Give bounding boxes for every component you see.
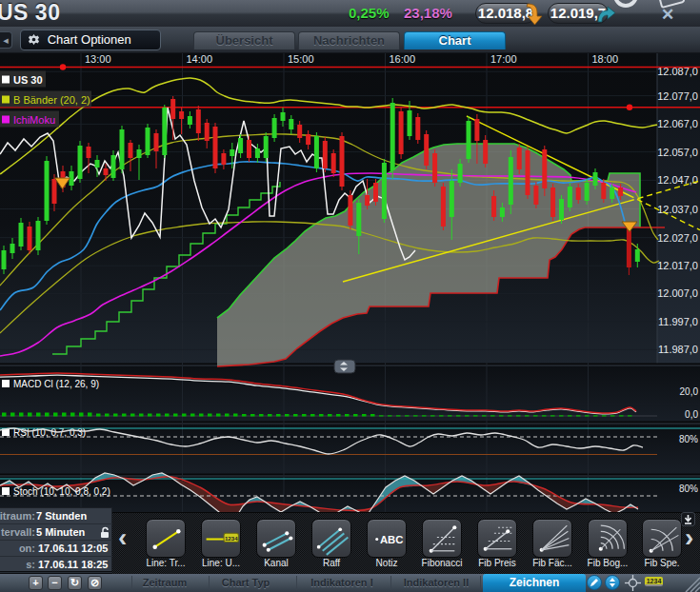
- svg-text:US 30: US 30: [13, 74, 43, 86]
- svg-text:80%: 80%: [679, 434, 698, 444]
- svg-text:17:00: 17:00: [490, 53, 517, 65]
- svg-text:12.057,0: 12.057,0: [657, 147, 698, 158]
- svg-text:0,0: 0,0: [685, 409, 698, 420]
- svg-text:18:00: 18:00: [592, 53, 619, 65]
- svg-text:12.027,0: 12.027,0: [657, 232, 698, 244]
- svg-text:IchiMoku: IchiMoku: [13, 114, 55, 126]
- svg-text:Stoch (10, 10, 0,8, 0,2): Stoch (10, 10, 0,8, 0,2): [13, 486, 110, 497]
- svg-text:12.007,0: 12.007,0: [657, 287, 698, 299]
- svg-text:14:00: 14:00: [187, 53, 213, 65]
- svg-text:80%: 80%: [679, 483, 698, 494]
- svg-text:1234: 1234: [225, 535, 238, 542]
- svg-text:12.047,0: 12.047,0: [657, 174, 698, 186]
- svg-text:16:00: 16:00: [390, 53, 416, 65]
- svg-text:RSI (10, 0,7, 0,3): RSI (10, 0,7, 0,3): [13, 427, 86, 438]
- svg-text:20,0: 20,0: [680, 386, 699, 397]
- svg-text:12.077,0: 12.077,0: [657, 90, 698, 102]
- svg-text:12.067,0: 12.067,0: [657, 118, 698, 129]
- svg-text:11.997,0: 11.997,0: [658, 316, 698, 327]
- svg-text:B Bänder (20, 2): B Bänder (20, 2): [13, 94, 90, 106]
- svg-text:12.037,0: 12.037,0: [657, 204, 698, 215]
- svg-text:ABC: ABC: [380, 534, 403, 545]
- svg-text:13:00: 13:00: [85, 53, 111, 65]
- svg-text:11.987,0: 11.987,0: [658, 344, 698, 355]
- svg-text:12.017,0: 12.017,0: [657, 260, 698, 271]
- svg-text:MACD Cl (12, 26, 9): MACD Cl (12, 26, 9): [13, 379, 99, 389]
- svg-text:15:00: 15:00: [288, 53, 314, 65]
